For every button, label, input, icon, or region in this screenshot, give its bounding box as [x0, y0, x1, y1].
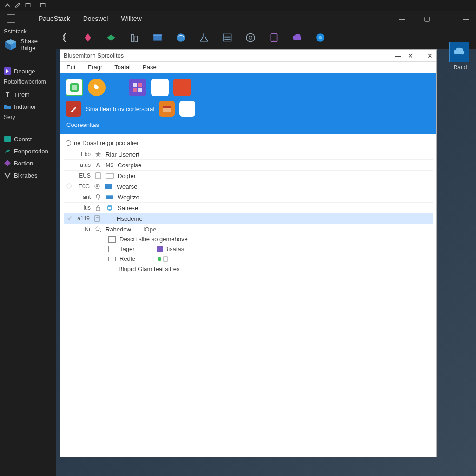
doc-icon: [94, 172, 102, 179]
tile-orange-win[interactable]: [159, 101, 175, 117]
maximize-icon[interactable]: ▢: [424, 15, 430, 22]
list-row-5[interactable]: lus Sanese: [64, 203, 433, 213]
sidebar-item-bikrabes[interactable]: Bikrabes: [3, 170, 53, 181]
list-header-row[interactable]: ne Doast regpr pcotatier: [66, 139, 433, 146]
green-dot-icon: [158, 257, 161, 261]
sidebar-item-eenportcrion[interactable]: Eenportcrion: [3, 145, 53, 157]
svg-rect-2: [131, 34, 134, 41]
window-titlebar[interactable]: Blusemitorn Sprcolitos — ✕ ✕: [60, 50, 436, 62]
tool-list-icon[interactable]: [221, 31, 234, 44]
tool-windows-icon[interactable]: [151, 31, 164, 44]
row-label: Rahedow: [106, 226, 131, 233]
minimize-icon[interactable]: —: [399, 15, 405, 22]
window-menu-toatal[interactable]: Toatal: [114, 64, 131, 71]
tool-globe-blue-icon[interactable]: [174, 31, 187, 44]
close-outer-icon[interactable]: —: [463, 15, 469, 22]
tile-orange-circle[interactable]: [88, 79, 106, 96]
svg-rect-28: [106, 173, 113, 178]
tile-red[interactable]: [173, 79, 191, 96]
sub-row-0[interactable]: Descrt sibe so gemehove: [64, 234, 433, 244]
tile-white-sm[interactable]: [179, 101, 195, 117]
svg-point-42: [96, 227, 99, 231]
sub-row-2[interactable]: Redle: [64, 254, 433, 264]
sidebar-item-bortion[interactable]: Bortion: [3, 158, 53, 169]
cloud-launch-icon[interactable]: [449, 42, 469, 62]
svg-rect-27: [96, 173, 100, 178]
svg-point-33: [96, 194, 100, 198]
tool-gear-circle-icon[interactable]: [244, 31, 257, 44]
sidebar-sublabel-2: Sery: [4, 114, 52, 120]
window-minimize-icon[interactable]: —: [395, 52, 401, 60]
sidebar-item-tirem[interactable]: T TIrem: [3, 89, 53, 100]
svg-rect-26: [163, 106, 171, 108]
radio-open-icon[interactable]: [66, 140, 71, 146]
list-row-1[interactable]: a.us A MS Cosrpise: [64, 160, 433, 171]
right-launcher-label: Rand: [449, 64, 471, 71]
tile-white[interactable]: [151, 79, 169, 96]
right-launcher[interactable]: Rand: [449, 42, 471, 71]
list-row-0[interactable]: Ebb Riar Usenert: [64, 149, 433, 160]
tool-green-icon[interactable]: [105, 31, 118, 44]
window-menu-eragr[interactable]: Eragr: [88, 64, 103, 71]
row-label: Wegitze: [118, 194, 139, 201]
list-row-3[interactable]: E0G Wearse: [64, 181, 433, 192]
list-row-7[interactable]: Nr Rahedow IOpe: [64, 224, 433, 234]
badge-line1: Shase: [20, 38, 38, 45]
sub-row-label: Descrt sibe so gemehove: [119, 236, 188, 243]
sub-row-1[interactable]: Tager Bisatas: [64, 244, 433, 254]
letter-a-icon: A: [94, 161, 102, 169]
caret-up-icon: [5, 2, 10, 9]
sidebar-item-indtorior[interactable]: Indtorior: [3, 101, 53, 112]
menu-willtew[interactable]: Willtew: [121, 15, 141, 22]
lock-icon: [94, 204, 102, 212]
ribbon-caption: Smatlleanb ov corfersoral: [86, 106, 154, 112]
sidebar-top-label: Sstetack: [4, 28, 52, 35]
sub-row-label: Redle: [119, 255, 135, 262]
window-menu-eut[interactable]: Eut: [66, 64, 76, 71]
sidebar-item-deauge[interactable]: Deauge: [3, 66, 53, 77]
tile-red-pen[interactable]: [66, 101, 81, 117]
list-row-2[interactable]: EUS Dogter: [64, 171, 433, 181]
tool-flask-icon[interactable]: [198, 31, 211, 44]
menu-doeswel[interactable]: Doeswel: [83, 15, 108, 22]
list-row-4[interactable]: ant Wegitze: [64, 192, 433, 203]
rect-thin-icon: [108, 257, 116, 261]
window-close-small-icon[interactable]: ✕: [408, 52, 413, 60]
svg-rect-0: [26, 3, 30, 7]
tool-tablet-icon[interactable]: [267, 31, 280, 44]
gutter-icon: [66, 183, 73, 190]
tool-blue-circle-icon[interactable]: [314, 31, 327, 44]
tool-purple-cloud-icon[interactable]: [291, 31, 304, 44]
svg-rect-5: [153, 34, 162, 36]
sub-row-label: Tager: [119, 245, 135, 252]
window-menu-pase[interactable]: Pase: [143, 64, 157, 71]
svg-rect-22: [138, 83, 142, 87]
extra-text: Bluprd Glam feal sitres: [64, 264, 433, 274]
list-header-text: ne Doast regpr pcotatier: [74, 139, 139, 146]
row-label: Dogter: [118, 172, 136, 179]
menu-pauestack[interactable]: PaueStack: [39, 15, 70, 22]
sidebar-item-label: Bortion: [14, 160, 33, 167]
tile-purple[interactable]: [129, 79, 146, 96]
svg-rect-40: [95, 216, 99, 221]
sidebar-item-conrct[interactable]: Conrct: [3, 133, 53, 145]
tool-pink-icon[interactable]: [81, 31, 94, 44]
spacer: [105, 215, 113, 222]
tool-building-icon[interactable]: [128, 31, 141, 44]
svg-rect-44: [157, 246, 163, 252]
ms-text-icon: MS: [106, 162, 114, 168]
rect-open-icon: [108, 246, 116, 252]
app-doc-icon[interactable]: [7, 14, 15, 23]
magnify-icon: [94, 225, 102, 233]
sidebar-badge[interactable]: Shase Biitge: [4, 38, 53, 52]
row-label: Hsedeme: [117, 215, 143, 222]
tile-green[interactable]: [66, 79, 83, 96]
tool-brace-icon[interactable]: [58, 31, 71, 44]
list-row-6[interactable]: a119 Hsedeme: [64, 213, 433, 224]
svg-rect-45: [164, 257, 167, 261]
row-label: Wearse: [117, 183, 138, 190]
window-title: Blusemitorn Sprcolitos: [64, 52, 124, 59]
row-badge: EUS: [78, 172, 91, 179]
window-close-icon[interactable]: ✕: [427, 52, 433, 60]
svg-rect-3: [135, 36, 138, 42]
